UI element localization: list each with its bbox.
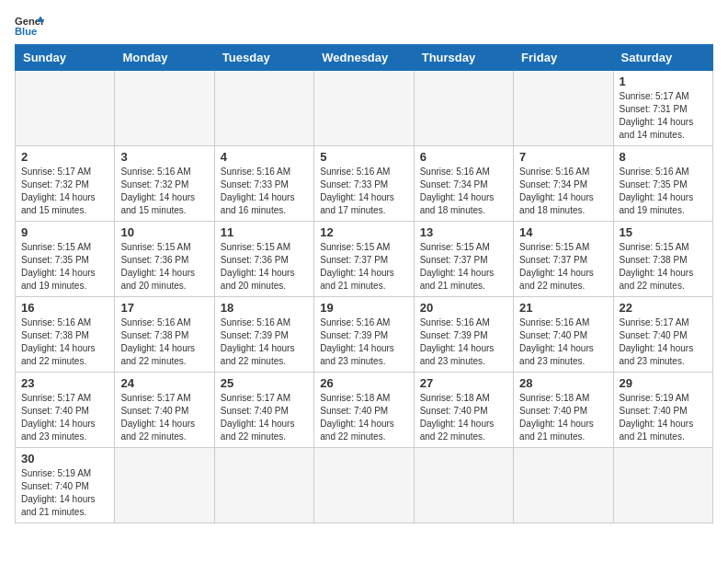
day-number: 8 bbox=[620, 150, 707, 164]
day-number: 13 bbox=[420, 225, 507, 239]
weekday-header-friday: Friday bbox=[514, 45, 613, 71]
day-info: Sunrise: 5:16 AM Sunset: 7:33 PM Dayligh… bbox=[320, 166, 407, 217]
day-number: 2 bbox=[21, 150, 108, 164]
day-info: Sunrise: 5:16 AM Sunset: 7:32 PM Dayligh… bbox=[120, 166, 208, 217]
weekday-header-saturday: Saturday bbox=[613, 45, 712, 71]
weekday-header-sunday: Sunday bbox=[16, 45, 115, 71]
day-info: Sunrise: 5:15 AM Sunset: 7:38 PM Dayligh… bbox=[620, 241, 707, 293]
day-number: 28 bbox=[519, 376, 607, 390]
week-row-2: 2Sunrise: 5:17 AM Sunset: 7:32 PM Daylig… bbox=[16, 146, 713, 222]
day-info: Sunrise: 5:16 AM Sunset: 7:38 PM Dayligh… bbox=[21, 316, 108, 368]
day-info: Sunrise: 5:15 AM Sunset: 7:36 PM Dayligh… bbox=[120, 241, 208, 293]
calendar-cell: 15Sunrise: 5:15 AM Sunset: 7:38 PM Dayli… bbox=[613, 222, 712, 297]
svg-text:Blue: Blue bbox=[15, 26, 37, 37]
calendar-cell: 16Sunrise: 5:16 AM Sunset: 7:38 PM Dayli… bbox=[16, 297, 115, 373]
calendar-cell: 30Sunrise: 5:19 AM Sunset: 7:40 PM Dayli… bbox=[16, 448, 115, 523]
day-info: Sunrise: 5:16 AM Sunset: 7:33 PM Dayligh… bbox=[221, 166, 308, 217]
day-number: 24 bbox=[120, 376, 208, 390]
day-number: 12 bbox=[320, 225, 407, 239]
calendar-cell: 25Sunrise: 5:17 AM Sunset: 7:40 PM Dayli… bbox=[214, 373, 313, 448]
day-number: 1 bbox=[620, 75, 707, 88]
day-info: Sunrise: 5:15 AM Sunset: 7:37 PM Dayligh… bbox=[320, 241, 407, 293]
calendar-cell: 7Sunrise: 5:16 AM Sunset: 7:34 PM Daylig… bbox=[514, 146, 613, 222]
day-number: 29 bbox=[620, 376, 707, 390]
week-row-5: 23Sunrise: 5:17 AM Sunset: 7:40 PM Dayli… bbox=[16, 373, 713, 448]
calendar-cell: 21Sunrise: 5:16 AM Sunset: 7:40 PM Dayli… bbox=[514, 297, 613, 373]
day-number: 6 bbox=[420, 150, 507, 164]
day-info: Sunrise: 5:17 AM Sunset: 7:31 PM Dayligh… bbox=[620, 90, 707, 142]
day-number: 16 bbox=[21, 301, 108, 315]
day-number: 18 bbox=[221, 301, 308, 315]
calendar-cell: 23Sunrise: 5:17 AM Sunset: 7:40 PM Dayli… bbox=[16, 373, 115, 448]
day-number: 17 bbox=[120, 301, 208, 315]
day-info: Sunrise: 5:15 AM Sunset: 7:36 PM Dayligh… bbox=[221, 241, 308, 293]
day-info: Sunrise: 5:15 AM Sunset: 7:37 PM Dayligh… bbox=[420, 241, 507, 293]
calendar-cell: 6Sunrise: 5:16 AM Sunset: 7:34 PM Daylig… bbox=[414, 146, 513, 222]
calendar-cell bbox=[214, 448, 313, 523]
calendar-cell: 18Sunrise: 5:16 AM Sunset: 7:39 PM Dayli… bbox=[214, 297, 313, 373]
week-row-4: 16Sunrise: 5:16 AM Sunset: 7:38 PM Dayli… bbox=[16, 297, 713, 373]
day-info: Sunrise: 5:17 AM Sunset: 7:40 PM Dayligh… bbox=[21, 392, 108, 443]
calendar-cell: 22Sunrise: 5:17 AM Sunset: 7:40 PM Dayli… bbox=[613, 297, 712, 373]
day-info: Sunrise: 5:17 AM Sunset: 7:40 PM Dayligh… bbox=[620, 316, 707, 368]
calendar-cell bbox=[314, 71, 414, 146]
calendar-cell: 24Sunrise: 5:17 AM Sunset: 7:40 PM Dayli… bbox=[115, 373, 214, 448]
calendar-cell: 10Sunrise: 5:15 AM Sunset: 7:36 PM Dayli… bbox=[115, 222, 214, 297]
day-info: Sunrise: 5:16 AM Sunset: 7:39 PM Dayligh… bbox=[320, 316, 407, 368]
day-number: 14 bbox=[519, 225, 607, 239]
day-info: Sunrise: 5:15 AM Sunset: 7:37 PM Dayligh… bbox=[519, 241, 607, 293]
day-number: 25 bbox=[221, 376, 308, 390]
day-info: Sunrise: 5:16 AM Sunset: 7:39 PM Dayligh… bbox=[420, 316, 507, 368]
day-info: Sunrise: 5:16 AM Sunset: 7:35 PM Dayligh… bbox=[620, 166, 707, 217]
day-number: 10 bbox=[120, 225, 208, 239]
calendar-cell bbox=[613, 448, 712, 523]
weekday-header-tuesday: Tuesday bbox=[214, 45, 313, 71]
day-number: 30 bbox=[21, 452, 108, 465]
calendar-cell bbox=[514, 71, 613, 146]
calendar-cell bbox=[314, 448, 414, 523]
calendar-cell bbox=[115, 448, 214, 523]
calendar-cell: 1Sunrise: 5:17 AM Sunset: 7:31 PM Daylig… bbox=[613, 71, 712, 146]
calendar-cell: 5Sunrise: 5:16 AM Sunset: 7:33 PM Daylig… bbox=[314, 146, 414, 222]
day-info: Sunrise: 5:18 AM Sunset: 7:40 PM Dayligh… bbox=[320, 392, 407, 443]
day-number: 5 bbox=[320, 150, 407, 164]
day-info: Sunrise: 5:17 AM Sunset: 7:40 PM Dayligh… bbox=[120, 392, 208, 443]
day-info: Sunrise: 5:15 AM Sunset: 7:35 PM Dayligh… bbox=[21, 241, 108, 293]
calendar-cell bbox=[514, 448, 613, 523]
calendar-cell: 12Sunrise: 5:15 AM Sunset: 7:37 PM Dayli… bbox=[314, 222, 414, 297]
calendar-cell: 29Sunrise: 5:19 AM Sunset: 7:40 PM Dayli… bbox=[613, 373, 712, 448]
calendar-cell: 19Sunrise: 5:16 AM Sunset: 7:39 PM Dayli… bbox=[314, 297, 414, 373]
calendar-cell: 3Sunrise: 5:16 AM Sunset: 7:32 PM Daylig… bbox=[115, 146, 214, 222]
day-info: Sunrise: 5:18 AM Sunset: 7:40 PM Dayligh… bbox=[519, 392, 607, 443]
week-row-6: 30Sunrise: 5:19 AM Sunset: 7:40 PM Dayli… bbox=[16, 448, 713, 523]
day-number: 19 bbox=[320, 301, 407, 315]
day-info: Sunrise: 5:19 AM Sunset: 7:40 PM Dayligh… bbox=[620, 392, 707, 443]
day-info: Sunrise: 5:17 AM Sunset: 7:32 PM Dayligh… bbox=[21, 166, 108, 217]
page-header: General Blue bbox=[15, 15, 713, 37]
calendar-cell bbox=[414, 448, 513, 523]
calendar-cell: 2Sunrise: 5:17 AM Sunset: 7:32 PM Daylig… bbox=[16, 146, 115, 222]
calendar-cell bbox=[414, 71, 513, 146]
day-info: Sunrise: 5:19 AM Sunset: 7:40 PM Dayligh… bbox=[21, 467, 108, 519]
calendar-cell: 14Sunrise: 5:15 AM Sunset: 7:37 PM Dayli… bbox=[514, 222, 613, 297]
day-number: 20 bbox=[420, 301, 507, 315]
calendar-cell: 27Sunrise: 5:18 AM Sunset: 7:40 PM Dayli… bbox=[414, 373, 513, 448]
logo-icon: General Blue bbox=[15, 15, 44, 37]
day-number: 7 bbox=[519, 150, 607, 164]
calendar-cell: 13Sunrise: 5:15 AM Sunset: 7:37 PM Dayli… bbox=[414, 222, 513, 297]
day-info: Sunrise: 5:16 AM Sunset: 7:34 PM Dayligh… bbox=[519, 166, 607, 217]
weekday-header-row: SundayMondayTuesdayWednesdayThursdayFrid… bbox=[16, 45, 713, 71]
day-info: Sunrise: 5:16 AM Sunset: 7:39 PM Dayligh… bbox=[221, 316, 308, 368]
day-number: 27 bbox=[420, 376, 507, 390]
weekday-header-thursday: Thursday bbox=[414, 45, 513, 71]
calendar-cell: 28Sunrise: 5:18 AM Sunset: 7:40 PM Dayli… bbox=[514, 373, 613, 448]
day-number: 21 bbox=[519, 301, 607, 315]
calendar-cell: 26Sunrise: 5:18 AM Sunset: 7:40 PM Dayli… bbox=[314, 373, 414, 448]
day-number: 9 bbox=[21, 225, 108, 239]
day-number: 15 bbox=[620, 225, 707, 239]
day-info: Sunrise: 5:16 AM Sunset: 7:34 PM Dayligh… bbox=[420, 166, 507, 217]
day-number: 23 bbox=[21, 376, 108, 390]
weekday-header-monday: Monday bbox=[115, 45, 214, 71]
logo: General Blue bbox=[15, 15, 44, 37]
calendar-cell: 9Sunrise: 5:15 AM Sunset: 7:35 PM Daylig… bbox=[16, 222, 115, 297]
